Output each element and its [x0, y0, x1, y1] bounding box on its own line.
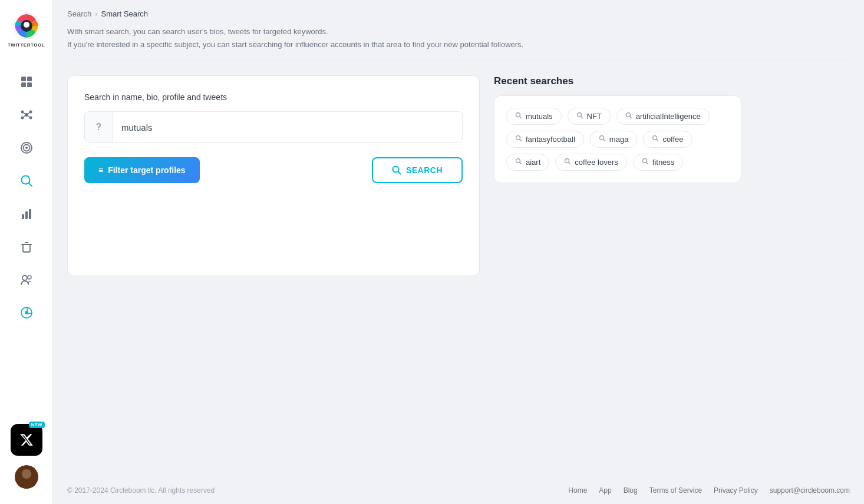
- tag-label: artificialIntelligence: [636, 112, 701, 121]
- tag-search-icon: [625, 112, 632, 121]
- recent-tag[interactable]: artificialIntelligence: [616, 108, 710, 125]
- sidebar-item-tracking[interactable]: [14, 300, 39, 326]
- users-icon: [20, 273, 33, 286]
- search-input[interactable]: [113, 112, 462, 142]
- tag-search-icon: [515, 112, 522, 121]
- main-content: Search › Smart Search With smart search,…: [53, 0, 864, 504]
- tag-search-icon: [564, 158, 571, 167]
- recent-tag[interactable]: coffee: [643, 131, 692, 148]
- recent-searches-card: mutuals NFT artificialIntelligence fanta…: [494, 95, 741, 183]
- svg-line-20: [29, 183, 32, 186]
- tag-search-icon: [515, 135, 522, 144]
- target-icon: [20, 141, 33, 154]
- footer-link[interactable]: Blog: [624, 486, 638, 495]
- tag-search-icon: [515, 158, 522, 167]
- svg-rect-21: [22, 214, 24, 219]
- avatar-icon: [15, 465, 38, 489]
- footer-links: HomeAppBlogTerms of ServicePrivacy Polic…: [568, 486, 850, 495]
- content-area: Search in name, bio, profile and tweets …: [53, 75, 864, 276]
- tag-search-icon: [642, 158, 649, 167]
- sidebar-item-analytics[interactable]: [14, 201, 39, 227]
- footer-link[interactable]: Terms of Service: [649, 486, 702, 495]
- sidebar-item-dashboard[interactable]: [14, 69, 39, 95]
- breadcrumb-current: Smart Search: [101, 9, 148, 18]
- sidebar-item-users[interactable]: [14, 267, 39, 293]
- footer-link[interactable]: Home: [568, 486, 587, 495]
- description-line1: With smart search, you can search user's…: [67, 27, 328, 36]
- logo-text: TWITTERTOOL: [8, 42, 45, 48]
- tag-search-icon: [599, 135, 606, 144]
- footer-link[interactable]: support@circleboom.com: [770, 486, 850, 495]
- svg-line-48: [520, 163, 522, 164]
- tag-label: fantasyfootball: [526, 135, 575, 144]
- sidebar-item-network[interactable]: [14, 102, 39, 128]
- svg-rect-24: [23, 244, 30, 252]
- recent-tag[interactable]: fantasyfootball: [506, 131, 584, 148]
- svg-line-38: [581, 117, 582, 118]
- filter-btn-label: Filter target profiles: [108, 165, 185, 175]
- breadcrumb: Search › Smart Search: [67, 9, 850, 18]
- tag-label: coffee: [662, 135, 683, 144]
- search-btn-label: SEARCH: [406, 165, 443, 175]
- svg-rect-6: [27, 82, 32, 87]
- footer-link[interactable]: Privacy Policy: [714, 486, 758, 495]
- svg-point-27: [22, 276, 27, 280]
- svg-point-18: [25, 147, 28, 149]
- tag-label: maga: [609, 135, 629, 144]
- svg-line-34: [398, 172, 400, 174]
- page-description: With smart search, you can search user's…: [67, 25, 850, 51]
- search-card: Search in name, bio, profile and tweets …: [67, 75, 480, 276]
- svg-point-2: [24, 22, 29, 28]
- tag-label: aiart: [526, 158, 540, 167]
- search-card-label: Search in name, bio, profile and tweets: [84, 92, 463, 102]
- filter-button[interactable]: ≡ Filter target profiles: [84, 157, 200, 183]
- logo: TWITTERTOOL: [8, 6, 45, 54]
- tracking-icon: [20, 306, 33, 319]
- recent-tag[interactable]: coffee lovers: [555, 154, 626, 171]
- breadcrumb-separator: ›: [95, 9, 97, 18]
- recent-tag[interactable]: fitness: [633, 154, 684, 171]
- tag-label: mutuals: [526, 112, 553, 121]
- svg-line-46: [657, 140, 658, 141]
- svg-rect-3: [21, 77, 26, 81]
- search-icon: [20, 174, 33, 187]
- search-button[interactable]: SEARCH: [372, 157, 463, 183]
- svg-rect-4: [27, 77, 32, 81]
- footer-copyright: © 2017-2024 Circleboom llc. All rights r…: [67, 486, 215, 495]
- analytics-icon: [20, 207, 33, 220]
- svg-point-32: [22, 469, 31, 479]
- svg-line-44: [603, 140, 605, 141]
- dashboard-icon: [20, 75, 33, 88]
- user-avatar[interactable]: [15, 465, 38, 489]
- x-platform-button[interactable]: NEW: [11, 424, 42, 456]
- sidebar: TWITTERTOOL: [0, 0, 53, 504]
- sidebar-item-delete[interactable]: [14, 234, 39, 260]
- search-btn-icon: [392, 165, 401, 175]
- search-question-icon: ?: [85, 112, 113, 142]
- x-icon: [19, 433, 34, 447]
- search-input-wrapper: ?: [84, 111, 463, 143]
- tag-label: NFT: [587, 112, 602, 121]
- svg-line-52: [646, 163, 648, 164]
- tag-search-icon: [576, 112, 583, 121]
- logo-icon: [12, 12, 41, 40]
- footer-link[interactable]: App: [599, 486, 611, 495]
- sidebar-item-target[interactable]: [14, 135, 39, 161]
- recent-tags-container: mutuals NFT artificialIntelligence fanta…: [506, 108, 729, 171]
- divider: [67, 61, 850, 61]
- svg-line-40: [629, 117, 631, 118]
- recent-tag[interactable]: maga: [590, 131, 638, 148]
- recent-searches-title: Recent searches: [494, 75, 741, 87]
- sidebar-item-search[interactable]: [14, 168, 39, 194]
- search-actions: ≡ Filter target profiles SEARCH: [84, 157, 463, 183]
- network-icon: [20, 108, 33, 121]
- new-badge: NEW: [29, 422, 45, 428]
- recent-tag[interactable]: NFT: [568, 108, 611, 125]
- footer: © 2017-2024 Circleboom llc. All rights r…: [53, 477, 864, 504]
- top-bar: Search › Smart Search With smart search,…: [53, 0, 864, 75]
- svg-line-50: [569, 163, 570, 164]
- tag-label: fitness: [652, 158, 675, 167]
- breadcrumb-parent[interactable]: Search: [67, 9, 91, 18]
- recent-tag[interactable]: aiart: [506, 154, 549, 171]
- recent-tag[interactable]: mutuals: [506, 108, 562, 125]
